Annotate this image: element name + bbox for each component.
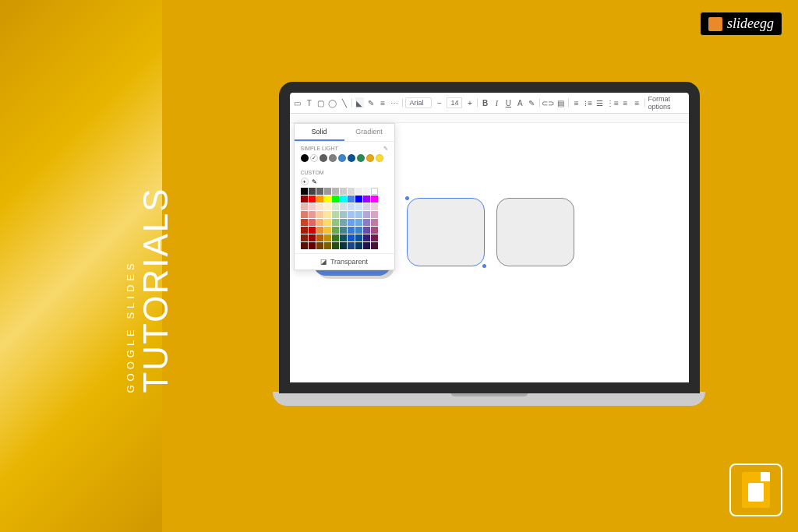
font-select[interactable]: Arial (405, 97, 432, 108)
eyedropper-icon[interactable]: ✎ (312, 178, 317, 185)
palette-swatch[interactable] (332, 196, 339, 203)
palette-swatch[interactable] (348, 188, 355, 195)
theme-swatch[interactable] (348, 154, 355, 162)
italic-icon[interactable]: I (493, 97, 501, 108)
palette-swatch[interactable] (355, 234, 362, 241)
palette-swatch[interactable] (301, 211, 308, 218)
palette-swatch[interactable] (340, 203, 347, 210)
palette-swatch[interactable] (340, 242, 347, 249)
theme-swatch[interactable] (320, 154, 327, 162)
image-tool-icon[interactable]: ▢ (316, 97, 325, 108)
edit-theme-icon[interactable]: ✎ (383, 146, 388, 152)
palette-swatch[interactable] (301, 196, 308, 203)
text-tool-icon[interactable]: T (305, 97, 313, 108)
line-tool-icon[interactable]: ╲ (340, 97, 348, 108)
palette-swatch[interactable] (363, 203, 370, 210)
bullet-icon[interactable]: ⋮≡ (607, 97, 618, 108)
spacing-icon[interactable]: ⫶≡ (584, 97, 592, 108)
theme-swatch[interactable] (310, 154, 318, 162)
border-dash-icon[interactable]: ⋯ (390, 97, 399, 108)
palette-swatch[interactable] (332, 234, 339, 241)
palette-swatch[interactable] (363, 196, 370, 203)
align-icon[interactable]: ≡ (572, 97, 581, 108)
palette-swatch[interactable] (324, 227, 331, 234)
palette-swatch[interactable] (340, 188, 347, 195)
palette-swatch[interactable] (355, 242, 362, 249)
palette-swatch[interactable] (316, 211, 323, 218)
highlight-icon[interactable]: ✎ (528, 97, 536, 108)
palette-swatch[interactable] (301, 188, 308, 195)
palette-swatch[interactable] (324, 203, 331, 210)
palette-swatch[interactable] (371, 196, 378, 203)
border-color-icon[interactable]: ✎ (367, 97, 376, 108)
font-size-increase[interactable]: + (465, 97, 474, 108)
palette-swatch[interactable] (332, 211, 339, 218)
select-tool-icon[interactable]: ▭ (294, 97, 302, 108)
palette-swatch[interactable] (363, 211, 370, 218)
palette-swatch[interactable] (324, 219, 331, 226)
palette-swatch[interactable] (316, 203, 323, 210)
palette-swatch[interactable] (332, 203, 339, 210)
palette-swatch[interactable] (309, 188, 316, 195)
palette-swatch[interactable] (332, 227, 339, 234)
tab-gradient[interactable]: Gradient (344, 124, 394, 141)
theme-swatch[interactable] (301, 154, 309, 162)
indent-decrease-icon[interactable]: ≡ (621, 97, 630, 108)
palette-swatch[interactable] (371, 203, 378, 210)
palette-swatch[interactable] (340, 227, 347, 234)
palette-swatch[interactable] (363, 242, 370, 249)
palette-swatch[interactable] (324, 188, 331, 195)
transparent-button[interactable]: ◪ Transparent (295, 253, 394, 270)
palette-swatch[interactable] (363, 227, 370, 234)
palette-swatch[interactable] (316, 242, 323, 249)
underline-icon[interactable]: U (504, 97, 513, 108)
font-size-decrease[interactable]: − (435, 97, 443, 108)
palette-swatch[interactable] (348, 219, 355, 226)
bold-icon[interactable]: B (481, 97, 489, 108)
indent-increase-icon[interactable]: ≡ (633, 97, 641, 108)
palette-swatch[interactable] (316, 234, 323, 241)
palette-swatch[interactable] (324, 211, 331, 218)
palette-swatch[interactable] (348, 234, 355, 241)
text-color-icon[interactable]: A (516, 97, 524, 108)
palette-swatch[interactable] (340, 234, 347, 241)
palette-swatch[interactable] (371, 211, 378, 218)
theme-swatch[interactable] (338, 154, 346, 162)
palette-swatch[interactable] (316, 219, 323, 226)
add-custom-icon[interactable]: + (301, 178, 309, 185)
palette-swatch[interactable] (348, 227, 355, 234)
palette-swatch[interactable] (355, 211, 362, 218)
palette-swatch[interactable] (348, 242, 355, 249)
palette-swatch[interactable] (363, 188, 370, 195)
palette-swatch[interactable] (340, 196, 347, 203)
fill-color-icon[interactable]: ◣ (355, 97, 364, 108)
palette-swatch[interactable] (355, 227, 362, 234)
rounded-rect-shape-grey[interactable] (496, 198, 574, 266)
theme-swatch[interactable] (376, 154, 383, 162)
palette-swatch[interactable] (371, 188, 378, 195)
palette-swatch[interactable] (309, 211, 316, 218)
comment-icon[interactable]: ▤ (556, 97, 565, 108)
palette-swatch[interactable] (340, 211, 347, 218)
palette-swatch[interactable] (332, 188, 339, 195)
palette-swatch[interactable] (371, 227, 378, 234)
palette-swatch[interactable] (309, 203, 316, 210)
palette-swatch[interactable] (355, 196, 362, 203)
palette-swatch[interactable] (301, 234, 308, 241)
palette-swatch[interactable] (324, 234, 331, 241)
palette-swatch[interactable] (363, 219, 370, 226)
palette-swatch[interactable] (355, 188, 362, 195)
palette-swatch[interactable] (301, 242, 308, 249)
palette-swatch[interactable] (316, 196, 323, 203)
palette-swatch[interactable] (309, 196, 316, 203)
palette-swatch[interactable] (324, 242, 331, 249)
link-icon[interactable]: ⊂⊃ (542, 97, 553, 108)
palette-swatch[interactable] (348, 203, 355, 210)
list-icon[interactable]: ☰ (595, 97, 604, 108)
palette-swatch[interactable] (301, 219, 308, 226)
palette-swatch[interactable] (301, 203, 308, 210)
theme-swatch[interactable] (366, 154, 374, 162)
rounded-rect-shape-selected[interactable] (407, 198, 485, 266)
palette-swatch[interactable] (332, 242, 339, 249)
palette-swatch[interactable] (316, 188, 323, 195)
